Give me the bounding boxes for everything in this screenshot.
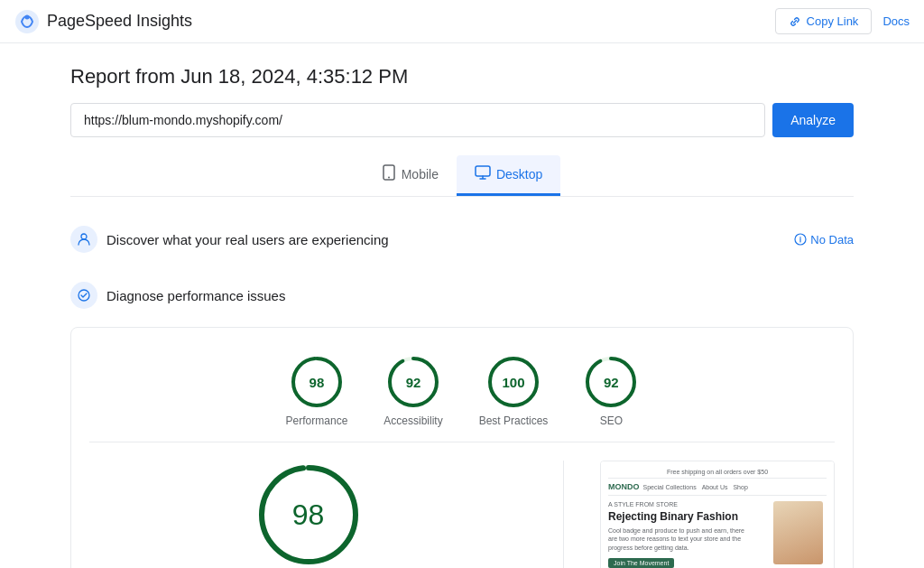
mock-nav-item-1: Special Collections xyxy=(643,484,697,490)
score-performance[interactable]: 98 Performance xyxy=(286,355,348,427)
no-data-link[interactable]: No Data xyxy=(794,233,854,247)
mock-hero-desc: Cool badge and produce to push and earn,… xyxy=(608,526,750,551)
url-input[interactable] xyxy=(70,103,765,137)
link-icon xyxy=(789,15,801,28)
svg-point-5 xyxy=(81,234,87,239)
section-left: Discover what your real users are experi… xyxy=(70,226,389,253)
screenshot-area: Free shipping on all orders over $50 MON… xyxy=(600,461,835,568)
desktop-icon xyxy=(475,165,491,183)
score-best-practices[interactable]: 100 Best Practices xyxy=(479,355,549,427)
no-data-label: No Data xyxy=(810,233,854,247)
score-card: 98 Performance 92 Accessibility xyxy=(70,327,854,568)
mock-header: MONDO Special Collections About Us Shop xyxy=(608,482,827,496)
perf-left: 98 Performance Values are estimated and … xyxy=(89,461,527,568)
mock-hero-content: A STYLE FROM STORE Rejecting Binary Fash… xyxy=(608,501,750,568)
score-label-performance: Performance xyxy=(286,414,348,427)
mock-hero-title: Rejecting Binary Fashion xyxy=(608,510,750,523)
svg-point-3 xyxy=(388,177,390,179)
tab-mobile[interactable]: Mobile xyxy=(364,155,457,196)
score-num-seo: 92 xyxy=(604,375,619,390)
mock-nav-item-3: Shop xyxy=(733,484,747,490)
score-circle-best-practices: 100 xyxy=(486,355,541,409)
tab-desktop-label: Desktop xyxy=(496,167,542,182)
copy-link-button[interactable]: Copy Link xyxy=(775,8,873,34)
tab-mobile-label: Mobile xyxy=(402,167,439,182)
mock-logo: MONDO xyxy=(608,482,640,491)
score-num-performance: 98 xyxy=(310,375,325,390)
mock-cta: Join The Movement xyxy=(608,558,674,568)
diagnose-icon xyxy=(70,282,97,309)
copy-link-label: Copy Link xyxy=(807,14,859,28)
performance-detail: 98 Performance Values are estimated and … xyxy=(89,461,835,568)
info-icon xyxy=(794,233,807,246)
mock-top-bar: Free shipping on all orders over $50 xyxy=(608,469,827,479)
tab-desktop[interactable]: Desktop xyxy=(457,155,560,196)
mobile-icon xyxy=(382,164,396,184)
mock-hero-label: A STYLE FROM STORE xyxy=(608,501,750,507)
real-users-section: Discover what your real users are experi… xyxy=(70,215,854,264)
real-users-icon xyxy=(70,226,97,253)
app-header: PageSpeed Insights Copy Link Docs xyxy=(0,0,924,43)
real-users-title: Discover what your real users are experi… xyxy=(106,232,389,247)
big-score-circle: 98 xyxy=(254,461,363,568)
mock-nav: Special Collections About Us Shop xyxy=(643,484,748,490)
pagespeed-logo-icon xyxy=(14,9,40,34)
score-circle-accessibility: 92 xyxy=(386,355,440,409)
diagnose-section-left: Diagnose performance issues xyxy=(70,282,285,309)
divider xyxy=(563,461,564,568)
score-label-best-practices: Best Practices xyxy=(479,414,549,427)
svg-point-1 xyxy=(25,14,30,19)
svg-point-7 xyxy=(79,290,89,301)
score-seo[interactable]: 92 SEO xyxy=(584,355,638,427)
main-content: Report from Jun 18, 2024, 4:35:12 PM Ana… xyxy=(56,43,868,568)
score-label-accessibility: Accessibility xyxy=(383,414,442,427)
analyze-button[interactable]: Analyze xyxy=(772,103,854,137)
score-label-seo: SEO xyxy=(600,414,623,427)
report-title: Report from Jun 18, 2024, 4:35:12 PM xyxy=(70,65,854,88)
score-accessibility[interactable]: 92 Accessibility xyxy=(383,355,442,427)
diagnose-section: Diagnose performance issues xyxy=(70,271,854,320)
diagnose-title: Diagnose performance issues xyxy=(106,288,285,303)
scores-row: 98 Performance 92 Accessibility xyxy=(89,346,835,442)
mock-person-image xyxy=(773,501,823,564)
mock-nav-item-2: About Us xyxy=(702,484,728,490)
svg-rect-4 xyxy=(476,166,490,176)
score-circle-seo: 92 xyxy=(584,355,638,409)
svg-point-0 xyxy=(15,10,39,33)
mock-hero: A STYLE FROM STORE Rejecting Binary Fash… xyxy=(608,501,827,568)
url-bar: Analyze xyxy=(70,103,854,137)
header-actions: Copy Link Docs xyxy=(775,8,910,34)
logo-text: PageSpeed Insights xyxy=(47,12,192,31)
score-circle-performance: 98 xyxy=(290,355,344,409)
score-num-best-practices: 100 xyxy=(503,375,525,390)
logo: PageSpeed Insights xyxy=(14,9,192,34)
screenshot-mock: Free shipping on all orders over $50 MON… xyxy=(601,461,834,568)
score-num-accessibility: 92 xyxy=(406,375,421,390)
device-tabs: Mobile Desktop xyxy=(70,155,854,197)
docs-link[interactable]: Docs xyxy=(882,14,910,28)
big-score-num: 98 xyxy=(292,498,325,532)
